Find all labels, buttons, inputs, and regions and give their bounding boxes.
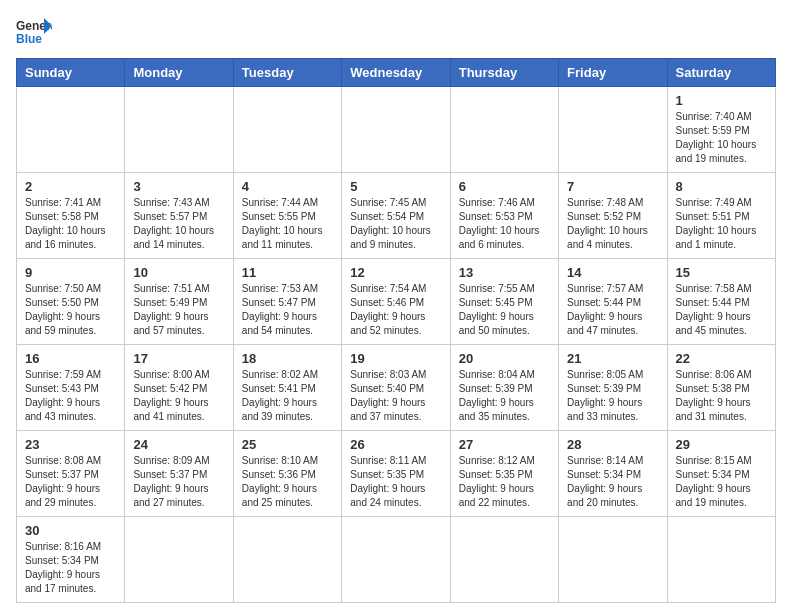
day-info: Sunrise: 8:06 AM Sunset: 5:38 PM Dayligh… [676, 368, 767, 424]
day-number: 19 [350, 351, 441, 366]
calendar-cell [559, 87, 667, 173]
calendar-cell [450, 517, 558, 603]
day-info: Sunrise: 8:12 AM Sunset: 5:35 PM Dayligh… [459, 454, 550, 510]
calendar-cell: 1Sunrise: 7:40 AM Sunset: 5:59 PM Daylig… [667, 87, 775, 173]
calendar-cell [450, 87, 558, 173]
calendar-cell [233, 517, 341, 603]
day-number: 7 [567, 179, 658, 194]
calendar-week-row: 23Sunrise: 8:08 AM Sunset: 5:37 PM Dayli… [17, 431, 776, 517]
calendar-cell: 30Sunrise: 8:16 AM Sunset: 5:34 PM Dayli… [17, 517, 125, 603]
calendar-cell: 11Sunrise: 7:53 AM Sunset: 5:47 PM Dayli… [233, 259, 341, 345]
calendar-cell: 21Sunrise: 8:05 AM Sunset: 5:39 PM Dayli… [559, 345, 667, 431]
day-number: 13 [459, 265, 550, 280]
calendar-cell: 19Sunrise: 8:03 AM Sunset: 5:40 PM Dayli… [342, 345, 450, 431]
calendar-cell [233, 87, 341, 173]
calendar-cell: 26Sunrise: 8:11 AM Sunset: 5:35 PM Dayli… [342, 431, 450, 517]
calendar-week-row: 2Sunrise: 7:41 AM Sunset: 5:58 PM Daylig… [17, 173, 776, 259]
day-info: Sunrise: 8:04 AM Sunset: 5:39 PM Dayligh… [459, 368, 550, 424]
header-tuesday: Tuesday [233, 59, 341, 87]
calendar-cell: 24Sunrise: 8:09 AM Sunset: 5:37 PM Dayli… [125, 431, 233, 517]
day-info: Sunrise: 8:14 AM Sunset: 5:34 PM Dayligh… [567, 454, 658, 510]
day-number: 2 [25, 179, 116, 194]
header-friday: Friday [559, 59, 667, 87]
calendar-cell: 7Sunrise: 7:48 AM Sunset: 5:52 PM Daylig… [559, 173, 667, 259]
day-number: 24 [133, 437, 224, 452]
calendar-table: Sunday Monday Tuesday Wednesday Thursday… [16, 58, 776, 603]
day-number: 6 [459, 179, 550, 194]
day-number: 9 [25, 265, 116, 280]
calendar-cell: 16Sunrise: 7:59 AM Sunset: 5:43 PM Dayli… [17, 345, 125, 431]
day-number: 18 [242, 351, 333, 366]
day-info: Sunrise: 7:49 AM Sunset: 5:51 PM Dayligh… [676, 196, 767, 252]
day-info: Sunrise: 8:03 AM Sunset: 5:40 PM Dayligh… [350, 368, 441, 424]
day-number: 17 [133, 351, 224, 366]
calendar-cell: 6Sunrise: 7:46 AM Sunset: 5:53 PM Daylig… [450, 173, 558, 259]
svg-text:Blue: Blue [16, 32, 42, 46]
calendar-cell: 12Sunrise: 7:54 AM Sunset: 5:46 PM Dayli… [342, 259, 450, 345]
day-number: 22 [676, 351, 767, 366]
calendar-cell: 25Sunrise: 8:10 AM Sunset: 5:36 PM Dayli… [233, 431, 341, 517]
day-number: 26 [350, 437, 441, 452]
day-info: Sunrise: 8:10 AM Sunset: 5:36 PM Dayligh… [242, 454, 333, 510]
calendar-cell [342, 87, 450, 173]
header-monday: Monday [125, 59, 233, 87]
day-number: 14 [567, 265, 658, 280]
logo-icon: General Blue [16, 16, 52, 46]
day-number: 20 [459, 351, 550, 366]
day-info: Sunrise: 8:00 AM Sunset: 5:42 PM Dayligh… [133, 368, 224, 424]
day-number: 11 [242, 265, 333, 280]
day-number: 8 [676, 179, 767, 194]
day-info: Sunrise: 7:55 AM Sunset: 5:45 PM Dayligh… [459, 282, 550, 338]
header-thursday: Thursday [450, 59, 558, 87]
calendar-cell: 18Sunrise: 8:02 AM Sunset: 5:41 PM Dayli… [233, 345, 341, 431]
calendar-cell [125, 517, 233, 603]
calendar-cell: 9Sunrise: 7:50 AM Sunset: 5:50 PM Daylig… [17, 259, 125, 345]
day-number: 30 [25, 523, 116, 538]
day-info: Sunrise: 7:43 AM Sunset: 5:57 PM Dayligh… [133, 196, 224, 252]
calendar-cell: 27Sunrise: 8:12 AM Sunset: 5:35 PM Dayli… [450, 431, 558, 517]
calendar-cell: 5Sunrise: 7:45 AM Sunset: 5:54 PM Daylig… [342, 173, 450, 259]
day-info: Sunrise: 7:44 AM Sunset: 5:55 PM Dayligh… [242, 196, 333, 252]
day-info: Sunrise: 8:08 AM Sunset: 5:37 PM Dayligh… [25, 454, 116, 510]
calendar-cell: 2Sunrise: 7:41 AM Sunset: 5:58 PM Daylig… [17, 173, 125, 259]
day-number: 29 [676, 437, 767, 452]
calendar-cell: 29Sunrise: 8:15 AM Sunset: 5:34 PM Dayli… [667, 431, 775, 517]
day-number: 5 [350, 179, 441, 194]
calendar-cell: 13Sunrise: 7:55 AM Sunset: 5:45 PM Dayli… [450, 259, 558, 345]
day-number: 1 [676, 93, 767, 108]
calendar-cell: 10Sunrise: 7:51 AM Sunset: 5:49 PM Dayli… [125, 259, 233, 345]
page-header: General Blue [16, 16, 776, 46]
day-number: 3 [133, 179, 224, 194]
day-info: Sunrise: 7:46 AM Sunset: 5:53 PM Dayligh… [459, 196, 550, 252]
calendar-cell [17, 87, 125, 173]
calendar-week-row: 30Sunrise: 8:16 AM Sunset: 5:34 PM Dayli… [17, 517, 776, 603]
day-info: Sunrise: 7:59 AM Sunset: 5:43 PM Dayligh… [25, 368, 116, 424]
calendar-cell: 15Sunrise: 7:58 AM Sunset: 5:44 PM Dayli… [667, 259, 775, 345]
calendar-cell: 14Sunrise: 7:57 AM Sunset: 5:44 PM Dayli… [559, 259, 667, 345]
calendar-cell: 20Sunrise: 8:04 AM Sunset: 5:39 PM Dayli… [450, 345, 558, 431]
day-info: Sunrise: 8:02 AM Sunset: 5:41 PM Dayligh… [242, 368, 333, 424]
day-number: 23 [25, 437, 116, 452]
calendar-cell [559, 517, 667, 603]
day-info: Sunrise: 7:57 AM Sunset: 5:44 PM Dayligh… [567, 282, 658, 338]
calendar-cell: 8Sunrise: 7:49 AM Sunset: 5:51 PM Daylig… [667, 173, 775, 259]
day-number: 21 [567, 351, 658, 366]
day-info: Sunrise: 7:58 AM Sunset: 5:44 PM Dayligh… [676, 282, 767, 338]
calendar-week-row: 16Sunrise: 7:59 AM Sunset: 5:43 PM Dayli… [17, 345, 776, 431]
day-info: Sunrise: 7:50 AM Sunset: 5:50 PM Dayligh… [25, 282, 116, 338]
day-info: Sunrise: 7:45 AM Sunset: 5:54 PM Dayligh… [350, 196, 441, 252]
day-number: 12 [350, 265, 441, 280]
calendar-cell: 23Sunrise: 8:08 AM Sunset: 5:37 PM Dayli… [17, 431, 125, 517]
day-info: Sunrise: 8:05 AM Sunset: 5:39 PM Dayligh… [567, 368, 658, 424]
day-number: 10 [133, 265, 224, 280]
day-info: Sunrise: 7:54 AM Sunset: 5:46 PM Dayligh… [350, 282, 441, 338]
calendar-cell: 28Sunrise: 8:14 AM Sunset: 5:34 PM Dayli… [559, 431, 667, 517]
day-info: Sunrise: 8:11 AM Sunset: 5:35 PM Dayligh… [350, 454, 441, 510]
header-wednesday: Wednesday [342, 59, 450, 87]
day-number: 25 [242, 437, 333, 452]
day-info: Sunrise: 7:40 AM Sunset: 5:59 PM Dayligh… [676, 110, 767, 166]
calendar-cell: 4Sunrise: 7:44 AM Sunset: 5:55 PM Daylig… [233, 173, 341, 259]
day-info: Sunrise: 7:53 AM Sunset: 5:47 PM Dayligh… [242, 282, 333, 338]
day-number: 4 [242, 179, 333, 194]
calendar-week-row: 1Sunrise: 7:40 AM Sunset: 5:59 PM Daylig… [17, 87, 776, 173]
